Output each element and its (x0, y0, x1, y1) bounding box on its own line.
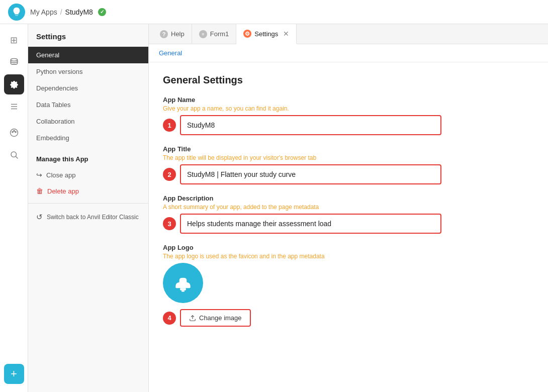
breadcrumb-separator: / (60, 8, 62, 16)
tabs-bar: ? Help ≡ Form1 ⚙ Settings ✕ (149, 24, 548, 44)
upload-icon (189, 315, 196, 322)
app-logo-group: App Logo The app logo is used as the fav… (163, 244, 534, 327)
form1-tab-icon: ≡ (199, 30, 207, 38)
app-logo-hint: The app logo is used as the favicon and … (163, 253, 534, 260)
change-image-button[interactable]: Change image (180, 309, 251, 327)
app-title-group: App Title The app title will be displaye… (163, 145, 534, 184)
app-logo-preview (163, 263, 203, 303)
app-name-hint: Give your app a name, so you can find it… (163, 105, 534, 112)
annotation-3: 3 (163, 217, 176, 230)
manage-section-title: Manage this App (28, 146, 148, 167)
breadcrumb-prefix[interactable]: My Apps (30, 8, 57, 16)
settings-page-title: General Settings (163, 74, 534, 86)
breadcrumb-nav: My Apps / StudyM8 (30, 8, 93, 16)
sidebar-item-general[interactable]: General (28, 47, 148, 63)
app-name-wrapper: 1 (163, 115, 534, 135)
annotation-4: 4 (163, 312, 176, 325)
help-tab-icon: ? (160, 30, 168, 38)
app-name-group: App Name Give your app a name, so you ca… (163, 96, 534, 135)
app-logo-label: App Logo (163, 244, 534, 251)
switch-label: Switch back to Anvil Editor Classic (47, 214, 139, 221)
svg-rect-10 (180, 288, 186, 290)
sidebar-item-python[interactable]: Python versions (28, 63, 148, 80)
content-breadcrumb[interactable]: General (149, 44, 548, 62)
annotation-2: 2 (163, 168, 176, 181)
svg-line-9 (16, 156, 18, 158)
sidebar-divider (28, 203, 148, 204)
close-app-icon: ↪ (36, 171, 42, 179)
sidebar-item-grid[interactable]: ⊞ (4, 30, 24, 50)
sidebar-item-embedding[interactable]: Embedding (28, 130, 148, 146)
sidebar-item-database[interactable] (4, 52, 24, 72)
sidebar-item-data-tables[interactable]: Data Tables (28, 96, 148, 113)
tab-settings-close[interactable]: ✕ (283, 30, 289, 38)
sidebar-item-gear[interactable] (4, 74, 24, 94)
sidebar-item-collaboration[interactable]: Collaboration (28, 113, 148, 130)
sidebar-item-list[interactable] (4, 96, 24, 117)
app-description-wrapper: 3 (163, 214, 534, 234)
tab-form1-label: Form1 (210, 30, 229, 38)
sidebar-item-search[interactable] (4, 145, 24, 165)
delete-app-button[interactable]: 🗑 Delete app (28, 183, 148, 199)
app-title-wrapper: 2 (163, 164, 534, 184)
app-description-input[interactable] (180, 214, 441, 234)
tab-settings[interactable]: ⚙ Settings ✕ (236, 24, 297, 44)
app-description-hint: A short summary of your app, added to th… (163, 204, 534, 211)
switch-classic-button[interactable]: ↺ Switch back to Anvil Editor Classic (28, 208, 148, 227)
breadcrumb-app-name: StudyM8 (65, 8, 93, 16)
close-app-button[interactable]: ↪ Close app (28, 167, 148, 183)
tab-settings-label: Settings (254, 30, 278, 38)
tab-help-label: Help (171, 30, 185, 38)
anvil-logo-svg (172, 272, 194, 294)
app-name-label: App Name (163, 96, 534, 104)
app-title-input[interactable] (180, 164, 441, 184)
sidebar-item-palette[interactable] (4, 123, 24, 143)
settings-sidebar-title: Settings (28, 32, 148, 47)
logo-area: 4 Change image (163, 263, 534, 327)
sidebar-item-dependencies[interactable]: Dependencies (28, 80, 148, 96)
app-name-input[interactable] (180, 115, 441, 135)
change-image-wrapper: 4 Change image (163, 309, 251, 327)
settings-sidebar: Settings General Python versions Depende… (28, 24, 149, 392)
content-area: ? Help ≡ Form1 ⚙ Settings ✕ General Gene… (149, 24, 548, 392)
tab-form1[interactable]: ≡ Form1 (192, 24, 237, 44)
app-title-hint: The app title will be displayed in your … (163, 154, 534, 161)
svg-point-6 (13, 130, 14, 131)
top-bar: My Apps / StudyM8 (0, 0, 548, 24)
svg-point-7 (15, 131, 16, 132)
annotation-1: 1 (163, 119, 176, 132)
icon-sidebar: ⊞ + (0, 24, 28, 392)
svg-point-0 (11, 59, 17, 61)
app-description-group: App Description A short summary of your … (163, 194, 534, 234)
svg-point-5 (12, 131, 13, 132)
change-image-label: Change image (199, 314, 242, 322)
svg-point-8 (11, 152, 17, 157)
svg-rect-11 (181, 290, 185, 292)
main-layout: ⊞ + Settings (0, 24, 548, 392)
app-status-indicator (98, 8, 106, 16)
app-logo[interactable] (8, 4, 25, 21)
add-button[interactable]: + (4, 364, 24, 384)
tab-help[interactable]: ? Help (153, 24, 192, 44)
settings-tab-icon: ⚙ (243, 30, 251, 38)
switch-icon: ↺ (36, 213, 43, 222)
delete-app-label: Delete app (47, 187, 79, 195)
app-title-label: App Title (163, 145, 534, 153)
app-description-label: App Description (163, 194, 534, 202)
delete-app-icon: 🗑 (36, 187, 43, 195)
close-app-label: Close app (46, 171, 76, 179)
settings-content: General Settings App Name Give your app … (149, 62, 548, 392)
